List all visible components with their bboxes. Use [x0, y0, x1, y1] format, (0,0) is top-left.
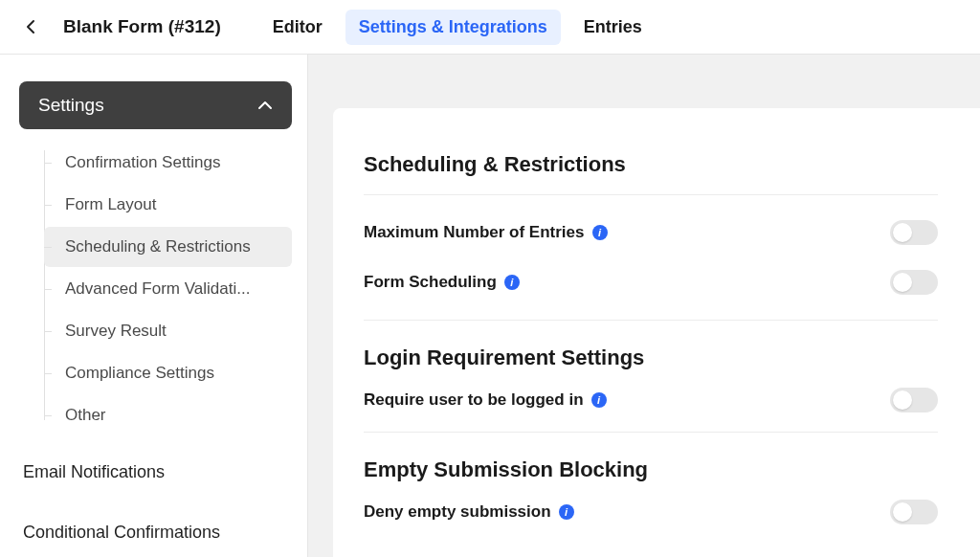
info-icon[interactable]: i	[504, 275, 520, 290]
row-label: Form Scheduling i	[364, 273, 520, 292]
divider	[364, 432, 938, 433]
info-icon[interactable]: i	[592, 225, 608, 240]
form-title: Blank Form (#312)	[63, 16, 221, 37]
sidebar-item-advanced-form-validation[interactable]: Advanced Form Validati...	[44, 269, 292, 309]
sidebar-item-form-layout[interactable]: Form Layout	[44, 185, 292, 225]
settings-panel: Scheduling & Restrictions Maximum Number…	[333, 108, 980, 557]
sidebar-item-survey-result[interactable]: Survey Result	[44, 311, 292, 351]
toggle-knob	[893, 223, 912, 242]
sidebar-accordion-settings[interactable]: Settings	[19, 81, 292, 129]
row-deny-empty-submission: Deny empty submission i	[364, 500, 938, 524]
sidebar-item-confirmation-settings[interactable]: Confirmation Settings	[44, 143, 292, 183]
row-form-scheduling: Form Scheduling i	[364, 270, 938, 295]
section-title-empty-submission: Empty Submission Blocking	[364, 457, 938, 482]
chevron-left-icon	[26, 19, 35, 34]
section-title-scheduling: Scheduling & Restrictions	[364, 152, 938, 177]
row-label-text: Maximum Number of Entries	[364, 223, 585, 242]
toggle-max-entries[interactable]	[890, 220, 938, 245]
row-label-text: Form Scheduling	[364, 273, 497, 292]
top-bar: Blank Form (#312) Editor Settings & Inte…	[0, 0, 980, 55]
sidebar-item-scheduling-restrictions[interactable]: Scheduling & Restrictions	[44, 227, 292, 267]
toggle-require-login[interactable]	[890, 388, 938, 412]
toggle-knob	[893, 502, 912, 522]
toggle-form-scheduling[interactable]	[890, 270, 938, 295]
row-require-login: Require user to be logged in i	[364, 388, 938, 412]
sidebar-subnav: Confirmation Settings Form Layout Schedu…	[44, 143, 292, 435]
sidebar-accordion-label: Settings	[38, 95, 104, 116]
chevron-up-icon	[257, 100, 273, 110]
info-icon[interactable]: i	[591, 392, 607, 408]
sidebar-item-compliance-settings[interactable]: Compliance Settings	[44, 353, 292, 393]
tab-settings-integrations[interactable]: Settings & Integrations	[345, 10, 561, 45]
row-label: Require user to be logged in i	[364, 390, 607, 410]
info-icon[interactable]: i	[559, 504, 574, 520]
section-title-login: Login Requirement Settings	[364, 345, 938, 370]
toggle-deny-empty[interactable]	[890, 500, 938, 524]
sidebar: Settings Confirmation Settings Form Layo…	[0, 55, 308, 557]
divider	[364, 194, 938, 195]
sidebar-link-email-notifications[interactable]: Email Notifications	[19, 449, 292, 496]
row-label-text: Deny empty submission	[364, 502, 551, 522]
row-max-entries: Maximum Number of Entries i	[364, 220, 938, 245]
row-label-text: Require user to be logged in	[364, 390, 584, 410]
row-label: Maximum Number of Entries i	[364, 223, 608, 242]
toggle-knob	[893, 390, 912, 410]
tab-editor[interactable]: Editor	[259, 10, 336, 45]
tab-entries[interactable]: Entries	[570, 10, 656, 45]
row-label: Deny empty submission i	[364, 502, 574, 522]
back-button[interactable]	[19, 15, 42, 38]
divider	[364, 320, 938, 321]
main-area: Scheduling & Restrictions Maximum Number…	[308, 55, 980, 557]
sidebar-link-conditional-confirmations[interactable]: Conditional Confirmations	[19, 509, 292, 556]
toggle-knob	[893, 273, 912, 292]
sidebar-item-other[interactable]: Other	[44, 395, 292, 435]
